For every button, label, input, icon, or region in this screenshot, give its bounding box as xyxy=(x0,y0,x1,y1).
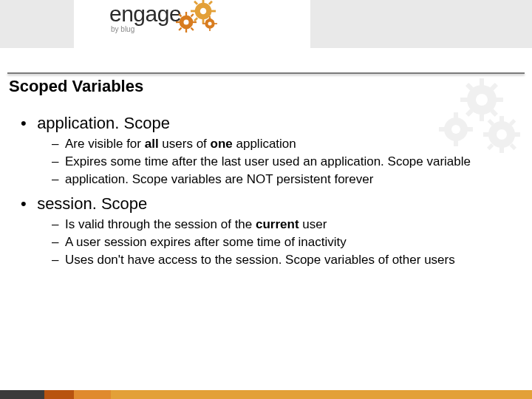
svg-point-21 xyxy=(208,22,212,26)
dash-icon: – xyxy=(52,234,65,250)
svg-rect-15 xyxy=(211,10,216,13)
bullet-level2: – Are visible for all users of one appli… xyxy=(52,136,517,152)
svg-rect-22 xyxy=(209,16,211,19)
svg-rect-6 xyxy=(178,13,182,17)
level2-text: Is valid through the session of the curr… xyxy=(65,216,517,233)
footer-bar xyxy=(0,390,532,399)
level2-text: Uses don't have access to the session. S… xyxy=(65,252,517,268)
svg-rect-30 xyxy=(460,98,468,102)
svg-rect-8 xyxy=(178,27,182,31)
level2-text: A user session expires after some time o… xyxy=(65,234,517,250)
svg-rect-2 xyxy=(185,12,187,16)
sublist: – Is valid through the session of the cu… xyxy=(52,216,517,267)
bullet-dot-icon: • xyxy=(21,194,33,214)
divider-line xyxy=(7,72,525,74)
slide-stage: engage by blug xyxy=(0,0,532,399)
svg-rect-4 xyxy=(176,21,180,23)
svg-rect-9 xyxy=(191,27,194,31)
header-grey-left xyxy=(0,0,74,48)
svg-rect-24 xyxy=(202,23,205,24)
slide-content: • application. Scope – Are visible for a… xyxy=(21,109,517,276)
dash-icon: – xyxy=(52,216,65,233)
bullet-level1: • application. Scope xyxy=(21,114,517,133)
bullet-level1: • session. Scope xyxy=(21,194,517,214)
svg-rect-31 xyxy=(496,98,503,102)
svg-rect-23 xyxy=(209,28,211,31)
svg-point-27 xyxy=(476,94,488,106)
svg-rect-14 xyxy=(191,10,196,13)
level1-text: session. Scope xyxy=(37,194,147,213)
bullet-level2: – application. Scope variables are NOT p… xyxy=(52,171,517,188)
footer-seg xyxy=(111,390,532,399)
dash-icon: – xyxy=(52,136,65,152)
level1-text: application. Scope xyxy=(37,114,170,132)
header: engage by blug xyxy=(0,0,532,70)
svg-point-11 xyxy=(200,8,207,15)
svg-rect-18 xyxy=(194,17,198,21)
svg-rect-12 xyxy=(202,0,205,4)
header-grey-right xyxy=(310,0,532,48)
footer-seg xyxy=(74,390,111,399)
bullet-level2: – Expires some time after the last user … xyxy=(52,154,517,170)
svg-rect-3 xyxy=(185,28,187,33)
slide-title: Scoped Variables xyxy=(9,77,143,96)
bullet-level2: – Is valid through the session of the cu… xyxy=(52,216,517,233)
bullet-level2: – Uses don't have access to the session.… xyxy=(52,252,517,268)
footer-seg xyxy=(0,390,44,399)
level2-text: Expires some time after the last user us… xyxy=(65,154,517,170)
level2-text: application. Scope variables are NOT per… xyxy=(65,171,517,188)
dash-icon: – xyxy=(52,154,65,170)
svg-rect-28 xyxy=(480,78,484,86)
svg-point-1 xyxy=(184,20,189,25)
dash-icon: – xyxy=(52,171,65,188)
svg-rect-16 xyxy=(194,1,198,5)
bullet-dot-icon: • xyxy=(21,114,33,133)
svg-rect-25 xyxy=(214,23,217,24)
sublist: – Are visible for all users of one appli… xyxy=(52,136,517,187)
svg-rect-17 xyxy=(208,1,213,5)
dash-icon: – xyxy=(52,252,65,268)
logo: engage by blug xyxy=(109,1,181,33)
level2-text: Are visible for all users of one applica… xyxy=(65,136,517,152)
logo-word: engage xyxy=(109,1,181,27)
footer-seg xyxy=(44,390,74,399)
gear-icon xyxy=(202,16,217,31)
bullet-level2: – A user session expires after some time… xyxy=(52,234,517,250)
